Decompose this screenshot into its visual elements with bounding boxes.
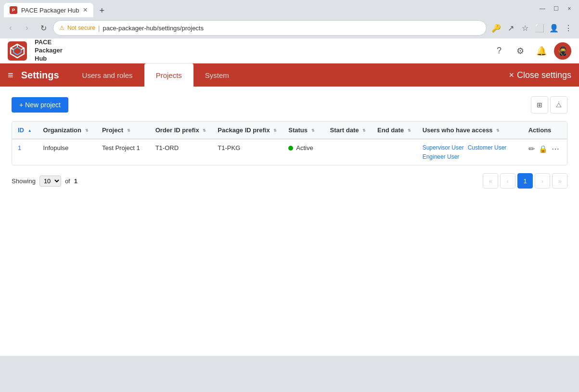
browser-toolbar: ‹ › ↻ ⚠ Not secure | pace-packager-hub/s… (0, 17, 579, 38)
browser-window: P PACE Packager Hub × + — ☐ × ‹ › ↻ ⚠ No… (0, 0, 579, 392)
tab-projects[interactable]: Projects (144, 63, 193, 87)
app-logo (8, 41, 27, 61)
col-start-sort-icon: ⇅ (362, 129, 366, 133)
filter-icon: ⧊ (556, 101, 562, 109)
col-order-sort-icon: ⇅ (203, 129, 206, 133)
col-users-label: Users who have access (423, 126, 493, 134)
toolbar-right: ⊞ ⧊ (531, 96, 567, 114)
cell-project: Test Project 1 (96, 139, 150, 165)
share-icon[interactable]: ↗ (504, 21, 517, 35)
table-header-row: ID ▲ Organization ⇅ (12, 122, 567, 139)
first-page-button[interactable]: « (483, 173, 498, 189)
cell-users: Supervisor User Customer User Engineer U… (417, 139, 523, 165)
col-header-id[interactable]: ID ▲ (12, 122, 38, 139)
extensions-icon[interactable]: ⬜ (533, 21, 546, 35)
profile-icon[interactable]: 👤 (547, 21, 561, 35)
cell-order-id-prefix: T1-ORD (150, 139, 212, 165)
page-1-button[interactable]: 1 (517, 173, 533, 189)
col-header-order-id-prefix[interactable]: Order ID prefix ⇅ (150, 122, 212, 139)
users-list: Supervisor User Customer User Engineer U… (423, 144, 517, 160)
col-actions-label: Actions (528, 126, 552, 134)
tab-users-and-roles[interactable]: Users and roles (71, 63, 144, 87)
user-tag-engineer[interactable]: Engineer User (423, 153, 460, 160)
project-id-link[interactable]: 1 (18, 144, 21, 152)
user-avatar[interactable]: 🥷 (554, 42, 571, 60)
bookmark-icon[interactable]: ☆ (518, 21, 532, 35)
status-dot-active (288, 146, 293, 151)
col-status-label: Status (288, 126, 308, 134)
columns-toggle-button[interactable]: ⊞ (531, 96, 548, 114)
col-project-sort-icon: ⇅ (127, 129, 130, 133)
key-icon[interactable]: 🔑 (489, 21, 503, 35)
cell-actions: ✏ 🔒 ⋯ (523, 139, 567, 165)
col-header-actions: Actions (523, 122, 567, 139)
col-header-users[interactable]: Users who have access ⇅ (417, 122, 523, 139)
col-pkg-sort-icon: ⇅ (273, 129, 277, 133)
forward-button[interactable]: › (20, 21, 34, 35)
tab-favicon: P (10, 6, 17, 14)
col-end-label: End date (377, 126, 404, 134)
back-button[interactable]: ‹ (4, 21, 17, 35)
address-bar[interactable]: ⚠ Not secure | pace-packager-hub/setting… (53, 20, 487, 36)
col-header-end-date[interactable]: End date ⇅ (372, 122, 417, 139)
settings-nav: ≡ Settings Users and roles Projects Syst… (0, 63, 579, 87)
col-order-label: Order ID prefix (155, 126, 199, 134)
cell-end-date (372, 139, 417, 165)
close-settings-label: Close settings (517, 70, 571, 80)
col-header-status[interactable]: Status ⇅ (283, 122, 324, 139)
col-id-label: ID (18, 126, 24, 134)
app-header: PACE Packager Hub ? ⚙ 🔔 🥷 (0, 38, 579, 63)
cell-organization: Infopulse (38, 139, 96, 165)
col-end-sort-icon: ⇅ (408, 129, 411, 133)
new-project-button[interactable]: + New project (12, 97, 68, 113)
col-header-organization[interactable]: Organization ⇅ (38, 122, 96, 139)
new-tab-button[interactable]: + (95, 4, 109, 17)
col-header-project[interactable]: Project ⇅ (96, 122, 150, 139)
security-icon: ⚠ (59, 25, 64, 31)
browser-tab-active[interactable]: P PACE Packager Hub × (4, 3, 93, 17)
close-settings-icon: × (509, 70, 514, 80)
window-maximize-button[interactable]: ☐ (550, 3, 562, 14)
col-users-sort-icon: ⇅ (496, 129, 500, 133)
filter-button[interactable]: ⧊ (550, 96, 567, 114)
per-page-select[interactable]: 10 25 50 (39, 176, 61, 187)
not-secure-label: Not secure (67, 25, 95, 31)
next-page-button[interactable]: › (535, 173, 550, 189)
main-content: + New project ⊞ ⧊ I (0, 87, 579, 356)
tab-close-button[interactable]: × (83, 6, 87, 14)
help-button[interactable]: ? (490, 42, 508, 60)
col-org-sort-icon: ⇅ (85, 129, 89, 133)
table-row: 1 Infopulse Test Project 1 T1-ORD (12, 139, 567, 165)
window-close-button[interactable]: × (564, 3, 575, 14)
settings-gear-button[interactable]: ⚙ (512, 42, 529, 60)
tab-title: PACE Packager Hub (21, 7, 79, 14)
user-tag-supervisor[interactable]: Supervisor User (423, 144, 464, 152)
close-settings-button[interactable]: × Close settings (509, 70, 571, 80)
col-status-sort-icon: ⇅ (311, 129, 315, 133)
notifications-button[interactable]: 🔔 (533, 42, 550, 60)
more-actions-icon[interactable]: ⋯ (552, 144, 559, 153)
user-tag-customer[interactable]: Customer User (468, 144, 507, 152)
refresh-button[interactable]: ↻ (37, 21, 50, 35)
col-pkg-label: Package ID prefix (218, 126, 270, 134)
total-count: 1 (74, 177, 77, 185)
pagination-row: Showing 10 25 50 of 1 « ‹ 1 › » (12, 173, 567, 189)
browser-toolbar-actions: 🔑 ↗ ☆ ⬜ 👤 ⋮ (489, 21, 575, 35)
settings-title: Settings (21, 70, 59, 81)
edit-action-icon[interactable]: ✏ (528, 144, 535, 153)
browser-titlebar: P PACE Packager Hub × + — ☐ × (0, 0, 579, 17)
window-minimize-button[interactable]: — (537, 3, 548, 14)
app-container: PACE Packager Hub ? ⚙ 🔔 🥷 ≡ Settings Use… (0, 38, 579, 356)
status-active-indicator: Active (288, 144, 318, 152)
app-header-right: ? ⚙ 🔔 🥷 (490, 42, 571, 60)
last-page-button[interactable]: » (552, 173, 567, 189)
prev-page-button[interactable]: ‹ (500, 173, 515, 189)
col-header-start-date[interactable]: Start date ⇅ (324, 122, 372, 139)
col-header-package-id-prefix[interactable]: Package ID prefix ⇅ (212, 122, 283, 139)
app-title: PACE Packager Hub (35, 38, 63, 63)
lock-action-icon[interactable]: 🔒 (539, 145, 548, 153)
tab-system[interactable]: System (193, 63, 241, 87)
settings-menu-icon[interactable]: ≡ (8, 70, 13, 81)
menu-icon[interactable]: ⋮ (562, 21, 575, 35)
action-icons: ✏ 🔒 ⋯ (528, 144, 561, 153)
